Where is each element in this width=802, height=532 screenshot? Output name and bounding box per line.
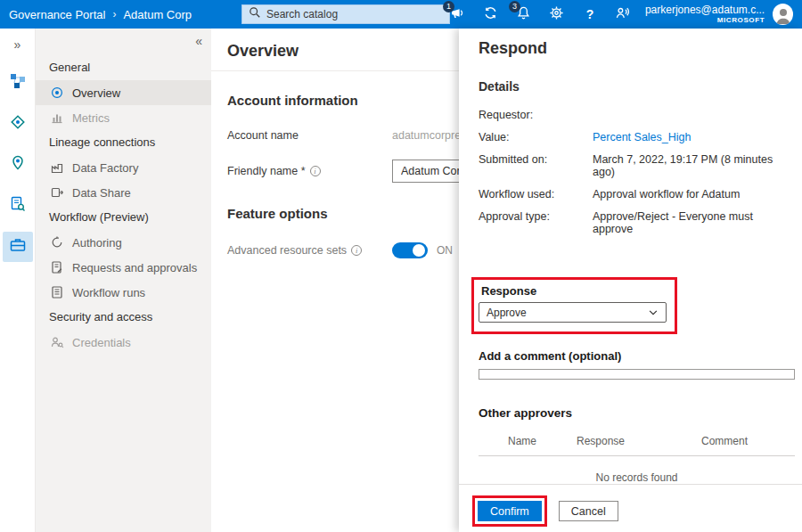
nav-item-metrics[interactable]: Metrics	[36, 105, 211, 130]
account-name-value: adatumcorpreta	[392, 129, 459, 142]
refresh-icon	[50, 235, 64, 250]
friendly-name-label: Friendly name *	[227, 165, 306, 177]
briefcase-icon	[9, 236, 27, 258]
panel-title: Respond	[479, 39, 795, 58]
asset-link[interactable]: Percent Sales_High	[593, 131, 691, 143]
account-info-heading: Account information	[227, 93, 459, 108]
advanced-resource-sets-label: Advanced resource sets	[227, 244, 347, 257]
notifications-button[interactable]: 3	[516, 6, 532, 22]
confirm-highlight-callout: Confirm	[472, 495, 547, 527]
search-input[interactable]	[266, 8, 443, 20]
detail-row-workflow: Workflow used: Approval workflow for Ada…	[479, 188, 795, 201]
advanced-resource-sets-row: Advanced resource sets ON	[227, 242, 459, 258]
collapse-nav-button[interactable]: «	[195, 34, 202, 48]
portal-title[interactable]: Governance Portal	[9, 8, 105, 21]
bar-chart-icon	[50, 110, 64, 125]
col-response: Response	[577, 435, 701, 447]
breadcrumb-account[interactable]: Adatum Corp	[123, 8, 192, 21]
double-chevron-left-icon: «	[195, 34, 202, 48]
workflow-used-value: Approval workflow for Adatum	[593, 188, 740, 201]
double-chevron-right-icon: »	[14, 37, 21, 52]
data-catalog-icon	[9, 113, 27, 135]
top-bar: Governance Portal › Adatum Corp 1 3	[0, 0, 802, 29]
account-name-row: Account name adatumcorpreta	[227, 129, 459, 142]
nav-item-data-share[interactable]: Data Share	[36, 180, 211, 205]
rail-item-insights[interactable]	[3, 150, 33, 180]
rail-item-data-policy[interactable]	[3, 191, 33, 221]
submitted-on-value: March 7, 2022, 19:17 PM (8 minutes ago)	[593, 153, 795, 178]
rail-item-management[interactable]	[3, 232, 33, 262]
document-list-icon	[50, 285, 64, 299]
nav-item-requests-approvals[interactable]: Requests and approvals	[36, 255, 211, 280]
settings-button[interactable]	[549, 6, 565, 22]
approval-type-value: Approve/Reject - Everyone must approve	[593, 210, 795, 235]
announcements-button[interactable]: 1	[450, 6, 466, 22]
nav-item-workflow-runs[interactable]: Workflow runs	[36, 280, 211, 305]
document-search-icon	[9, 195, 27, 217]
nav-item-authoring[interactable]: Authoring	[36, 230, 211, 255]
detail-row-requestor: Requestor:	[479, 109, 795, 121]
search-icon	[249, 6, 261, 22]
user-org: MICROSOFT	[645, 16, 765, 24]
toggle-knob	[413, 244, 425, 257]
nav-item-overview[interactable]: Overview	[36, 80, 211, 105]
nav-item-credentials[interactable]: Credentials	[36, 330, 211, 355]
help-button[interactable]: ?	[582, 6, 598, 22]
factory-icon	[50, 160, 64, 175]
left-nav: « General Overview Metrics Lineage conne…	[36, 29, 211, 532]
rail-item-data-catalog[interactable]	[3, 109, 33, 139]
info-icon	[310, 166, 321, 176]
cancel-button[interactable]: Cancel	[559, 501, 618, 521]
person-icon	[773, 5, 793, 25]
search-box[interactable]	[241, 4, 450, 24]
other-approvers-heading: Other approvers	[479, 406, 795, 420]
empty-table-message: No records found	[479, 471, 795, 484]
comment-textarea[interactable]	[479, 369, 795, 380]
user-email: parkerjones@adatum.c...	[645, 4, 765, 17]
chevron-down-icon	[648, 307, 659, 318]
confirm-button[interactable]: Confirm	[478, 501, 542, 521]
feedback-icon	[615, 5, 630, 24]
detail-row-approval-type: Approval type: Approve/Reject - Everyone…	[479, 210, 795, 235]
approvers-table-header: Name Response Comment	[479, 435, 795, 456]
feature-options-heading: Feature options	[227, 206, 459, 221]
page-title: Overview	[211, 29, 459, 71]
app-icon-rail: »	[0, 29, 36, 532]
notifications-badge: 3	[509, 1, 520, 12]
avatar[interactable]	[773, 4, 793, 25]
response-highlight-callout: Response Approve	[471, 277, 677, 334]
account-name-label: Account name	[227, 129, 392, 142]
sync-status-button[interactable]	[483, 6, 499, 22]
friendly-name-input[interactable]	[392, 160, 459, 183]
nav-header-security: Security and access	[36, 305, 211, 330]
overview-icon	[50, 86, 64, 100]
response-label: Response	[481, 284, 667, 298]
nav-header-lineage: Lineage connections	[36, 130, 211, 155]
advanced-resource-sets-toggle[interactable]	[392, 242, 428, 258]
response-selected-value: Approve	[487, 307, 648, 319]
person-key-icon	[50, 335, 64, 349]
feedback-button[interactable]	[615, 6, 631, 22]
account-menu[interactable]: parkerjones@adatum.c... MICROSOFT	[645, 4, 765, 25]
nav-header-workflow: Workflow (Preview)	[36, 205, 211, 230]
info-icon	[351, 245, 362, 256]
expand-nav-button[interactable]: »	[4, 32, 32, 57]
respond-panel: Respond Details Requestor: Value: Percen…	[459, 29, 802, 532]
details-heading: Details	[479, 79, 795, 94]
document-pencil-icon	[50, 260, 64, 274]
nav-header-general: General	[36, 55, 211, 80]
main-content: Overview Account information Account nam…	[211, 29, 459, 532]
friendly-name-row: Friendly name *	[227, 160, 459, 183]
response-dropdown[interactable]: Approve	[479, 302, 667, 323]
gear-icon	[549, 5, 564, 24]
panel-footer: Confirm Cancel	[459, 484, 802, 530]
nav-item-data-factory[interactable]: Data Factory	[36, 155, 211, 180]
share-icon	[50, 185, 64, 200]
comment-label: Add a comment (optional)	[479, 349, 795, 363]
rail-item-data-map[interactable]	[3, 68, 33, 98]
detail-row-submitted: Submitted on: March 7, 2022, 19:17 PM (8…	[479, 153, 795, 178]
help-icon: ?	[586, 7, 594, 21]
toggle-state-label: ON	[437, 244, 453, 257]
map-pin-icon	[9, 154, 27, 176]
data-map-icon	[9, 72, 27, 94]
